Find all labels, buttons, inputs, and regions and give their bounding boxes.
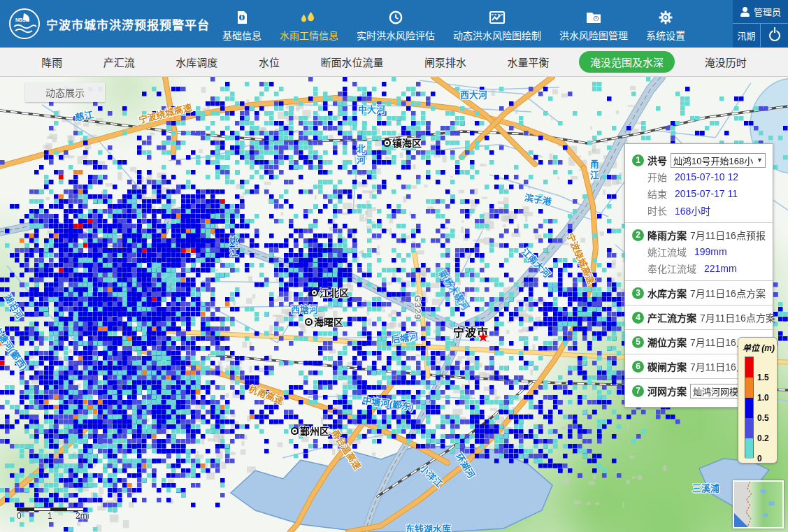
user-menu[interactable]: 管理员 xyxy=(733,0,788,24)
legend-tick: 0 xyxy=(757,454,762,463)
svg-text:NBSL: NBSL xyxy=(15,17,29,22)
flood-platform-app: NBSL 宁波市城市洪涝预报预警平台 基础信息 水雨工情信息 xyxy=(0,0,788,532)
step-badge-7: 7 xyxy=(632,385,644,397)
flood-start-row: 开始2015-07-10 12 xyxy=(632,168,766,185)
tab-flood-duration[interactable]: 淹没历时 xyxy=(694,51,758,73)
app-header: NBSL 宁波市城市洪涝预报预警平台 基础信息 水雨工情信息 xyxy=(0,0,788,48)
legend-tick: 0.5 xyxy=(757,413,769,423)
app-logo-icon: NBSL xyxy=(8,8,41,40)
scale-label-2: 2mi xyxy=(76,511,89,521)
nav-label: 实时洪水风险评估 xyxy=(357,28,435,42)
chart-window-icon xyxy=(489,9,506,26)
user-icon xyxy=(740,7,750,17)
gear-icon xyxy=(658,9,673,26)
step-badge-1: 1 xyxy=(632,154,644,166)
legend-segment xyxy=(745,378,753,398)
animate-button[interactable]: 动态展示 xyxy=(25,82,105,102)
flood-id-select[interactable]: 灿鸿10号开始168小 ▼ xyxy=(671,153,766,168)
folder-lock-icon xyxy=(585,9,602,26)
fenghuajiang-rain-row: 奉化江流域221mm xyxy=(632,260,766,277)
step-badge-2: 2 xyxy=(632,229,644,241)
app-title: 宁波市城市洪涝预报预警平台 xyxy=(46,15,210,33)
legend-tick: 1.0 xyxy=(757,393,769,403)
nav-label: 水雨工情信息 xyxy=(280,28,338,42)
legend-tick: 0.2 xyxy=(757,433,769,443)
water-drops-icon xyxy=(301,9,317,26)
nav-basic-info[interactable]: 基础信息 xyxy=(222,6,262,42)
legend-segment xyxy=(745,398,753,418)
tab-gate-pump-drain[interactable]: 闸泵排水 xyxy=(413,51,478,73)
tab-runoff[interactable]: 产汇流 xyxy=(92,51,146,73)
flood-id-label: 洪号 xyxy=(647,153,667,167)
panel-section-reservoir: 3 水库方案 7月11日16点方案 xyxy=(625,280,773,305)
legend-segment xyxy=(745,438,753,459)
user-name: 管理员 xyxy=(754,5,781,18)
nav-dynamic-riskmap[interactable]: 动态洪水风险图绘制 xyxy=(453,6,541,42)
scale-label-0: 0 xyxy=(17,511,22,521)
power-icon xyxy=(769,30,780,41)
flood-end-row: 结束2015-07-17 11 xyxy=(632,185,766,202)
logout-button[interactable] xyxy=(761,24,788,47)
legend-tick: 1.5 xyxy=(757,373,769,382)
nav-system-settings[interactable]: 系统设置 xyxy=(646,6,685,42)
panel-section-runoff: 4 产汇流方案 7月11日16点方案 xyxy=(625,305,773,329)
nav-realtime-risk[interactable]: 实时洪水风险评估 xyxy=(357,6,435,42)
brand: NBSL 宁波市城市洪涝预报预警平台 xyxy=(0,0,210,48)
subnav: 降雨 产汇流 水库调度 水位 断面水位流量 闸泵排水 水量平衡 淹没范围及水深 … xyxy=(0,48,788,77)
tab-flood-extent-depth[interactable]: 淹没范围及水深 xyxy=(579,51,675,73)
info-doc-icon xyxy=(234,9,250,26)
yaojiang-rain-row: 姚江流域199mm xyxy=(632,243,766,260)
nav-label: 洪水风险图管理 xyxy=(559,28,628,42)
flood-duration-row: 时长168小时 xyxy=(632,202,766,219)
scale-label-1: 1 xyxy=(48,511,52,521)
map-area: 动态展示 慈江宁波绕城高速中大河西大河镇海区北河滨子港甬江宁波绕城高速江南大河新… xyxy=(0,77,788,532)
main-nav: 基础信息 水雨工情信息 实时洪水风险评估 动态洪水风险图绘制 xyxy=(222,0,685,48)
nav-water-rain-info[interactable]: 水雨工情信息 xyxy=(280,6,338,42)
legend-segment xyxy=(745,418,753,438)
tab-reservoir-dispatch[interactable]: 水库调度 xyxy=(164,51,229,73)
legend-bar: 1.51.00.50.20 xyxy=(743,357,774,458)
header-bottom-row: 汛期 xyxy=(733,24,788,47)
step-badge-5: 5 xyxy=(632,336,644,348)
panel-section-rainfall: 2 降雨方案 7月11日16点预报 姚江流域199mm 奉化江流域221mm xyxy=(625,222,773,280)
season-button[interactable]: 汛期 xyxy=(733,24,761,47)
step-badge-6: 6 xyxy=(632,361,644,373)
nav-label: 动态洪水风险图绘制 xyxy=(453,28,541,42)
tab-water-level[interactable]: 水位 xyxy=(248,51,291,73)
clock-icon xyxy=(388,9,403,26)
step-badge-4: 4 xyxy=(632,312,644,324)
nav-label: 系统设置 xyxy=(646,28,685,42)
minimap-toggle-icon[interactable] xyxy=(734,513,748,527)
depth-legend: 单位 (m) 1.51.00.50.20 xyxy=(738,337,778,463)
caret-down-icon: ▼ xyxy=(757,157,763,164)
tab-section-flow[interactable]: 断面水位流量 xyxy=(309,51,394,73)
tab-rainfall[interactable]: 降雨 xyxy=(30,51,73,73)
nav-riskmap-manage[interactable]: 洪水风险图管理 xyxy=(559,6,628,42)
legend-segment xyxy=(745,357,753,378)
nav-label: 基础信息 xyxy=(222,28,262,42)
step-badge-3: 3 xyxy=(632,287,644,299)
tab-water-balance[interactable]: 水量平衡 xyxy=(496,51,561,73)
legend-title: 单位 (m) xyxy=(743,341,774,353)
user-box: 管理员 汛期 xyxy=(733,0,788,48)
scale-bar: 0 1 2mi xyxy=(17,508,94,526)
city-star-icon: ★ xyxy=(477,330,489,344)
panel-section-flood-id: 1 洪号 灿鸿10号开始168小 ▼ 开始2015-07-10 12 结束201… xyxy=(625,148,773,222)
overview-minimap[interactable] xyxy=(733,480,784,529)
